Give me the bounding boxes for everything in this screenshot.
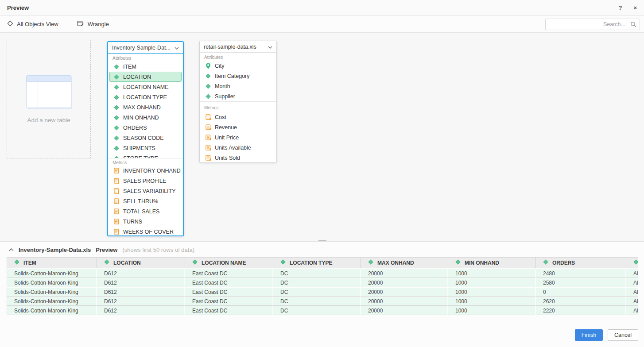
table-cell: All [626,297,638,306]
metric-item-sales-profile[interactable]: SALES PROFILE [109,176,182,186]
finish-button[interactable]: Finish [575,329,603,341]
metric-label: Units Available [215,145,251,151]
attribute-label: City [215,63,225,69]
dataset-selector-retail[interactable]: retail-sample-data.xls [200,41,276,53]
attributes-section-label: Attributes [200,53,276,61]
table-cell: Solids-Cotton-Maroon-King [7,287,97,297]
chevron-down-icon [268,44,272,50]
attribute-item-city[interactable]: City [201,61,275,71]
metric-grid-icon [113,219,120,224]
metric-item-total-sales[interactable]: TOTAL SALES [109,206,182,216]
search-icon[interactable] [630,21,636,29]
attribute-item-item-category[interactable]: Item Category [201,71,275,81]
table-cell: 1000 [448,287,536,297]
attribute-item-location-type[interactable]: LOCATION TYPE [109,92,182,102]
column-header-blank[interactable] [626,257,638,269]
metric-item-inventory-onhand[interactable]: INVENTORY ONHAND [109,166,182,176]
all-objects-view-label: All Objects View [17,21,58,27]
all-objects-view-button[interactable]: All Objects View [7,20,58,28]
table-cell: 20000 [361,297,448,306]
search-box [545,19,640,30]
attribute-item-location[interactable]: LOCATION [109,72,182,82]
attribute-diamond-icon [113,156,120,158]
table-cell: 2220 [536,306,626,315]
metric-item-sell-thru[interactable]: SELL THRU% [109,196,182,206]
column-header-location[interactable]: LOCATION [97,257,185,269]
attribute-item-season-code[interactable]: SEASON CODE [109,133,182,143]
attributes-list: CityItem CategoryMonthSupplier [200,61,276,101]
attribute-diamond-icon [113,105,120,110]
dialog-footer: Finish Cancel [575,329,638,341]
attribute-diamond-icon [633,259,638,266]
attribute-diamond-icon [113,115,120,120]
attribute-label: SEASON CODE [123,135,164,141]
cancel-button[interactable]: Cancel [608,329,638,341]
close-icon[interactable]: × [633,5,637,11]
attribute-item-orders[interactable]: ORDERS [109,123,182,133]
attribute-item-month[interactable]: Month [201,81,275,91]
metric-item-weeks-of-cover[interactable]: WEEKS OF COVER [109,227,182,236]
metric-item-cost[interactable]: Cost [201,112,275,122]
column-label: LOCATION TYPE [290,260,332,266]
attribute-label: Item Category [215,73,250,79]
table-cell: Solids-Cotton-Maroon-King [7,306,97,315]
column-header-orders[interactable]: ORDERS [536,257,626,269]
preview-table: ITEMLOCATIONLOCATION NAMELOCATION TYPEMA… [7,257,638,315]
table-cell: DC [273,287,361,297]
metric-item-unit-price[interactable]: Unit Price [201,132,275,143]
attribute-item-min-onhand[interactable]: MIN ONHAND [109,112,182,123]
metric-item-sales-variability[interactable]: SALES VARIABILITY [109,186,182,196]
column-header-min-onhand[interactable]: MIN ONHAND [448,257,536,269]
attribute-item-max-onhand[interactable]: MAX ONHAND [109,102,182,112]
dialog-titlebar: Preview ? × [0,0,644,16]
column-header-item[interactable]: ITEM [7,257,97,269]
metrics-list: INVENTORY ONHANDSALES PROFILESALES VARIA… [108,166,183,236]
metric-label: INVENTORY ONHAND [123,168,181,174]
attribute-item-shipments[interactable]: SHIPMENTS [109,143,182,153]
attribute-item-location-name[interactable]: LOCATION NAME [109,82,182,92]
attribute-label: ORDERS [123,125,147,131]
attribute-diamond-icon [205,84,211,89]
chevron-down-icon [175,45,179,51]
diamond-outline-icon [7,20,13,28]
table-cell: 20000 [361,306,448,315]
attribute-item-store-type[interactable]: STORE TYPE [109,153,182,158]
metric-item-units-sold[interactable]: Units Sold [201,153,275,163]
column-label: MIN ONHAND [465,260,499,266]
table-cell: Solids-Cotton-Maroon-King [7,297,97,306]
column-header-max-onhand[interactable]: MAX ONHAND [361,257,448,269]
table-header-row: ITEMLOCATIONLOCATION NAMELOCATION TYPEMA… [7,257,638,269]
table-cell: 1000 [448,306,536,315]
attribute-diamond-icon [192,259,198,266]
table-cell: All [626,306,638,315]
table-row: Solids-Cotton-Maroon-KingD612East Coast … [7,297,638,306]
table-cell: 2480 [536,269,626,278]
new-table-icon [26,75,71,108]
attribute-label: LOCATION NAME [123,84,169,90]
table-cell: All [626,278,638,287]
attributes-section-label: Attributes [108,54,183,62]
table-cell: Solids-Cotton-Maroon-King [7,269,97,278]
wrangle-button[interactable]: Wrangle [77,20,109,28]
dataset-name: Inventory-Sample-Dat... [112,45,171,51]
help-icon[interactable]: ? [618,5,622,11]
metric-item-units-available[interactable]: Units Available [201,143,275,153]
metric-grid-icon [113,208,120,214]
column-header-location-name[interactable]: LOCATION NAME [185,257,273,269]
column-header-location-type[interactable]: LOCATION TYPE [273,257,361,269]
attribute-item-supplier[interactable]: Supplier [201,91,275,101]
metric-grid-icon [113,198,120,204]
chevron-up-icon[interactable] [9,248,14,251]
attribute-diamond-icon [113,146,120,151]
add-new-table-dropzone[interactable]: Add a new table [7,40,91,158]
attribute-label: ITEM [123,64,136,70]
metric-item-turns[interactable]: TURNS [109,216,182,227]
metric-label: TURNS [123,219,142,225]
metric-grid-icon [113,229,120,235]
dataset-selector-inventory[interactable]: Inventory-Sample-Dat... [108,42,183,54]
search-input[interactable] [545,19,640,30]
dataset-name: retail-sample-data.xls [204,44,256,50]
metric-item-revenue[interactable]: Revenue [201,122,275,132]
attribute-item-item[interactable]: ITEM [109,62,182,72]
attribute-diamond-icon [205,73,211,79]
